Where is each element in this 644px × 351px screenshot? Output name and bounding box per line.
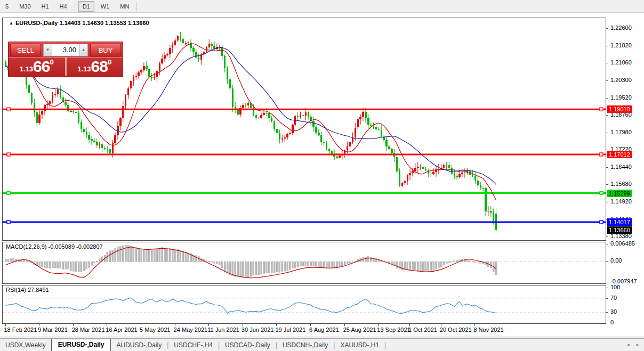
axis-tick-label: 1.17980	[610, 129, 632, 135]
axis-tick-mark	[606, 184, 608, 185]
price-chart-panel[interactable]: ▲EURUSD-,Daily 1.14403 1.14630 1.13553 1…	[2, 18, 606, 241]
one-click-trade-panel: SELL ▼ 3.00 ▲ BUY 1.13 66 0 1.13 68	[8, 42, 123, 77]
axis-tick-mark	[606, 288, 608, 288]
axis-tick-mark	[606, 298, 608, 299]
time-tick-mark	[378, 324, 379, 326]
time-tick-mark	[107, 324, 107, 326]
mt4-window: 5M30H1H4D1W1MN ▲EURUSD-,Daily 1.14403 1.…	[0, 0, 644, 351]
chart-tab-eurusd[interactable]: EURUSD-,Daily	[51, 339, 111, 351]
buy-price-base: 1.13	[77, 65, 91, 73]
volume-stepper: ▼ 3.00 ▲	[43, 44, 88, 56]
time-tick-mark	[5, 324, 6, 326]
volume-input[interactable]: 3.00	[52, 44, 79, 56]
time-tick-mark	[175, 324, 175, 326]
axis-tick-label: 30	[610, 308, 617, 315]
axis-tick-label: 1.14920	[610, 198, 632, 205]
date-label: 30 Jun 2021	[241, 326, 274, 333]
axis-tick-mark	[606, 236, 608, 237]
axis-tick-label: 70	[610, 295, 617, 301]
date-label: 6 Aug 2021	[309, 326, 339, 333]
macd-label: MACD(12,26,9) -0.005089 -0.002807	[6, 243, 103, 250]
timeframe-button-mn[interactable]: MN	[116, 1, 133, 12]
tab-scroll-right-icon[interactable]: ►	[635, 342, 640, 347]
chart-tab-usdcnh[interactable]: USDCNH-,Daily	[277, 340, 333, 351]
price-level-tag: 1.13660	[607, 226, 632, 234]
time-tick-mark	[208, 324, 209, 326]
ohlc-open: 1.14403	[59, 20, 80, 26]
axis-tick-mark	[606, 133, 608, 133]
axis-tick-mark	[606, 63, 608, 63]
sell-price-tile[interactable]: 1.13 66 0	[9, 58, 65, 76]
volume-decrease-button[interactable]: ▼	[43, 44, 52, 56]
axis-tick-label: 1.16440	[610, 164, 632, 170]
axis-tick-mark	[606, 46, 608, 46]
axis-tick-mark	[606, 244, 608, 244]
tab-scroll-left-icon[interactable]: ◄	[626, 342, 630, 347]
sell-button[interactable]: SELL	[10, 44, 41, 56]
time-tick-mark	[474, 324, 475, 326]
toolbar-separator	[136, 2, 137, 11]
chart-tab-bar: USDX,WeeklyEURUSD-,DailyAUDUSD-,Daily|US…	[0, 338, 644, 351]
axis-tick-label: 1.22600	[610, 25, 632, 31]
rsi-indicator-panel[interactable]: RSI(14) 27.8491	[2, 285, 606, 324]
axis-tick-label: 1.21820	[610, 42, 632, 48]
chart-ohlc-header: ▲EURUSD-,Daily 1.14403 1.14630 1.13553 1…	[9, 20, 149, 26]
chart-tab-xauusd[interactable]: XAUUSD-,H1	[335, 340, 384, 351]
sell-price-point: 0	[50, 58, 53, 66]
date-label: 9 Mar 2021	[38, 326, 68, 333]
date-label: 8 Nov 2021	[473, 326, 503, 333]
up-arrow-icon: ▲	[9, 21, 13, 26]
date-label: 20 Oct 2021	[440, 326, 472, 333]
axis-tick-label: 0.00	[610, 257, 622, 264]
buy-button[interactable]: BUY	[90, 44, 121, 56]
axis-tick-label: 1.21060	[610, 59, 632, 66]
volume-increase-button[interactable]: ▲	[79, 44, 88, 56]
axis-tick-label: 100	[610, 284, 620, 290]
timeframe-button-5[interactable]: 5	[1, 1, 13, 12]
date-label: 18 Feb 2021	[4, 326, 37, 333]
chart-tab-usdx[interactable]: USDX,Weekly	[0, 340, 51, 351]
chart-symbol: EURUSD-,Daily	[15, 20, 58, 26]
timeframe-button-d1[interactable]: D1	[78, 1, 94, 12]
chart-tab-audusd[interactable]: AUDUSD-,Daily	[111, 340, 167, 351]
price-scale[interactable]: 1.226001.218201.210601.203001.195201.187…	[606, 13, 644, 332]
chart-tab-usdchf[interactable]: USDCHF-,H4	[168, 340, 218, 351]
rsi-chart-svg	[3, 285, 606, 323]
date-label: 25 Aug 2021	[343, 326, 376, 333]
axis-tick-mark	[606, 323, 608, 323]
axis-tick-label: 1.19520	[610, 94, 632, 101]
timeframe-toolbar: 5M30H1H4D1W1MN	[0, 0, 644, 13]
tab-scroll-buttons: ◄ ►	[626, 342, 640, 347]
timeframe-button-h1[interactable]: H1	[37, 1, 53, 12]
axis-tick-mark	[606, 312, 608, 313]
axis-tick-mark	[606, 261, 608, 262]
axis-tick-label: 1.20300	[610, 77, 632, 83]
price-level-tag: 1.15299	[607, 190, 632, 197]
time-tick-mark	[441, 324, 441, 326]
date-label: 1 Oct 2021	[408, 326, 437, 333]
sell-price-pips: 66	[33, 59, 50, 75]
time-tick-mark	[141, 324, 141, 326]
ohlc-close: 1.13660	[128, 20, 149, 26]
date-label: 11 Jun 2021	[207, 326, 239, 333]
sell-price-base: 1.13	[20, 65, 33, 73]
axis-tick-mark	[606, 282, 608, 282]
ohlc-high: 1.14630	[82, 20, 103, 26]
chart-tab-usdcad[interactable]: USDCAD-,Daily	[220, 340, 276, 351]
trade-panel-top-row: SELL ▼ 3.00 ▲ BUY	[9, 42, 123, 58]
date-label: 13 Sep 2021	[377, 326, 410, 333]
axis-tick-mark	[606, 80, 608, 81]
timeframe-button-h4[interactable]: H4	[55, 1, 71, 12]
timeframe-button-m30[interactable]: M30	[15, 1, 35, 12]
macd-indicator-panel[interactable]: MACD(12,26,9) -0.005089 -0.002807	[2, 242, 606, 284]
rsi-label: RSI(14) 27.8491	[6, 287, 49, 293]
ohlc-low: 1.13553	[105, 20, 126, 26]
time-tick-mark	[310, 324, 311, 326]
buy-price-tile[interactable]: 1.13 68 0	[67, 58, 123, 76]
date-label: 16 Apr 2021	[106, 326, 137, 333]
tab-separator: |	[384, 341, 386, 351]
time-tick-mark	[276, 324, 277, 326]
timeframe-button-w1[interactable]: W1	[96, 1, 114, 12]
time-scale[interactable]: 18 Feb 20219 Mar 202128 Mar 202116 Apr 2…	[0, 324, 644, 336]
axis-tick-mark	[606, 202, 608, 202]
